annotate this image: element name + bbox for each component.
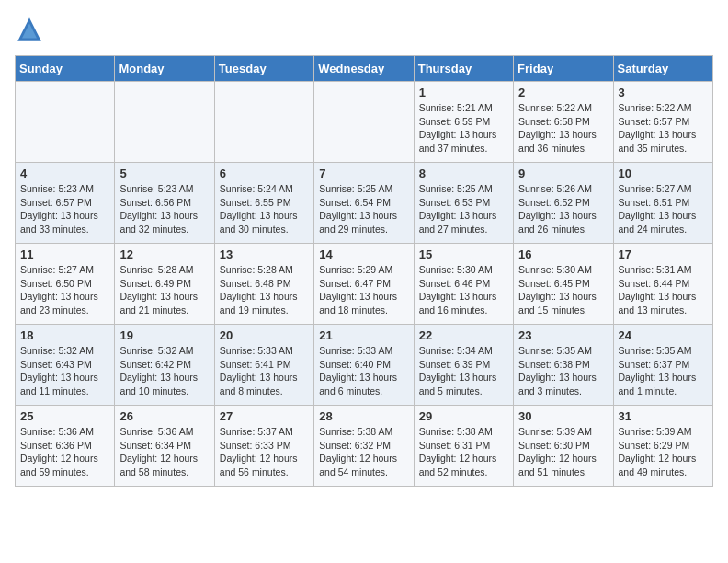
week-row-3: 11Sunrise: 5:27 AMSunset: 6:50 PMDayligh… — [16, 244, 713, 325]
calendar-cell: 22Sunrise: 5:34 AMSunset: 6:39 PMDayligh… — [414, 325, 513, 406]
calendar-cell: 27Sunrise: 5:37 AMSunset: 6:33 PMDayligh… — [214, 406, 313, 487]
week-row-5: 25Sunrise: 5:36 AMSunset: 6:36 PMDayligh… — [16, 406, 713, 487]
day-number: 5 — [119, 167, 209, 180]
cell-info: Sunrise: 5:26 AMSunset: 6:52 PMDaylight:… — [518, 182, 608, 236]
cell-info: Sunrise: 5:28 AMSunset: 6:48 PMDaylight:… — [220, 263, 309, 317]
calendar-cell: 25Sunrise: 5:36 AMSunset: 6:36 PMDayligh… — [16, 406, 115, 487]
cell-info: Sunrise: 5:25 AMSunset: 6:54 PMDaylight:… — [319, 182, 408, 236]
cell-info: Sunrise: 5:32 AMSunset: 6:43 PMDaylight:… — [20, 344, 109, 398]
header-day-sunday: Sunday — [16, 56, 115, 82]
cell-info: Sunrise: 5:32 AMSunset: 6:42 PMDaylight:… — [119, 344, 209, 398]
calendar-cell: 31Sunrise: 5:39 AMSunset: 6:29 PMDayligh… — [613, 406, 712, 487]
calendar-cell: 21Sunrise: 5:33 AMSunset: 6:40 PMDayligh… — [314, 325, 414, 406]
header-day-tuesday: Tuesday — [214, 56, 313, 82]
cell-info: Sunrise: 5:39 AMSunset: 6:29 PMDaylight:… — [619, 425, 708, 479]
day-number: 21 — [319, 328, 408, 342]
day-number: 15 — [419, 247, 508, 261]
day-number: 28 — [319, 409, 408, 423]
cell-info: Sunrise: 5:27 AMSunset: 6:50 PMDaylight:… — [20, 263, 109, 317]
cell-info: Sunrise: 5:29 AMSunset: 6:47 PMDaylight:… — [319, 263, 408, 317]
week-row-2: 4Sunrise: 5:23 AMSunset: 6:57 PMDaylight… — [16, 163, 713, 244]
day-number: 18 — [20, 328, 109, 342]
day-number: 27 — [220, 409, 309, 423]
day-number: 12 — [119, 247, 209, 261]
day-number: 10 — [619, 167, 708, 180]
cell-info: Sunrise: 5:35 AMSunset: 6:38 PMDaylight:… — [518, 344, 608, 398]
header-day-friday: Friday — [514, 56, 613, 82]
calendar-cell — [16, 82, 115, 163]
calendar-cell: 6Sunrise: 5:24 AMSunset: 6:55 PMDaylight… — [214, 163, 313, 244]
cell-info: Sunrise: 5:33 AMSunset: 6:41 PMDaylight:… — [220, 344, 309, 398]
calendar-cell: 7Sunrise: 5:25 AMSunset: 6:54 PMDaylight… — [314, 163, 414, 244]
calendar-cell: 16Sunrise: 5:30 AMSunset: 6:45 PMDayligh… — [514, 244, 613, 325]
calendar-cell — [314, 82, 414, 163]
cell-info: Sunrise: 5:28 AMSunset: 6:49 PMDaylight:… — [119, 263, 209, 317]
day-number: 3 — [619, 86, 708, 99]
day-number: 2 — [518, 86, 608, 99]
cell-info: Sunrise: 5:36 AMSunset: 6:36 PMDaylight:… — [20, 425, 109, 479]
header-day-wednesday: Wednesday — [314, 56, 414, 82]
cell-info: Sunrise: 5:37 AMSunset: 6:33 PMDaylight:… — [220, 425, 309, 479]
day-number: 7 — [319, 167, 408, 180]
calendar-cell: 15Sunrise: 5:30 AMSunset: 6:46 PMDayligh… — [414, 244, 513, 325]
calendar-cell: 20Sunrise: 5:33 AMSunset: 6:41 PMDayligh… — [214, 325, 313, 406]
cell-info: Sunrise: 5:38 AMSunset: 6:32 PMDaylight:… — [319, 425, 408, 479]
day-number: 24 — [619, 328, 708, 342]
day-number: 29 — [419, 409, 508, 423]
logo-icon — [15, 15, 44, 44]
day-number: 30 — [518, 409, 608, 423]
cell-info: Sunrise: 5:27 AMSunset: 6:51 PMDaylight:… — [619, 182, 708, 236]
calendar-cell: 17Sunrise: 5:31 AMSunset: 6:44 PMDayligh… — [613, 244, 712, 325]
cell-info: Sunrise: 5:34 AMSunset: 6:39 PMDaylight:… — [419, 344, 508, 398]
calendar-cell: 30Sunrise: 5:39 AMSunset: 6:30 PMDayligh… — [514, 406, 613, 487]
day-number: 19 — [119, 328, 209, 342]
cell-info: Sunrise: 5:33 AMSunset: 6:40 PMDaylight:… — [319, 344, 408, 398]
calendar-cell: 8Sunrise: 5:25 AMSunset: 6:53 PMDaylight… — [414, 163, 513, 244]
header-row: SundayMondayTuesdayWednesdayThursdayFrid… — [16, 56, 713, 82]
cell-info: Sunrise: 5:35 AMSunset: 6:37 PMDaylight:… — [619, 344, 708, 398]
week-row-1: 1Sunrise: 5:21 AMSunset: 6:59 PMDaylight… — [16, 82, 713, 163]
day-number: 14 — [319, 247, 408, 261]
day-number: 23 — [518, 328, 608, 342]
cell-info: Sunrise: 5:31 AMSunset: 6:44 PMDaylight:… — [619, 263, 708, 317]
calendar-cell: 11Sunrise: 5:27 AMSunset: 6:50 PMDayligh… — [16, 244, 115, 325]
calendar-cell: 14Sunrise: 5:29 AMSunset: 6:47 PMDayligh… — [314, 244, 414, 325]
day-number: 6 — [220, 167, 309, 180]
day-number: 20 — [220, 328, 309, 342]
calendar-cell: 26Sunrise: 5:36 AMSunset: 6:34 PMDayligh… — [115, 406, 214, 487]
logo — [15, 15, 48, 44]
cell-info: Sunrise: 5:23 AMSunset: 6:56 PMDaylight:… — [119, 182, 209, 236]
calendar-cell: 3Sunrise: 5:22 AMSunset: 6:57 PMDaylight… — [613, 82, 712, 163]
calendar-cell: 5Sunrise: 5:23 AMSunset: 6:56 PMDaylight… — [115, 163, 214, 244]
cell-info: Sunrise: 5:22 AMSunset: 6:58 PMDaylight:… — [518, 101, 608, 155]
cell-info: Sunrise: 5:24 AMSunset: 6:55 PMDaylight:… — [220, 182, 309, 236]
header-day-saturday: Saturday — [613, 56, 712, 82]
calendar-cell: 18Sunrise: 5:32 AMSunset: 6:43 PMDayligh… — [16, 325, 115, 406]
cell-info: Sunrise: 5:39 AMSunset: 6:30 PMDaylight:… — [518, 425, 608, 479]
week-row-4: 18Sunrise: 5:32 AMSunset: 6:43 PMDayligh… — [16, 325, 713, 406]
page-header — [15, 15, 713, 44]
cell-info: Sunrise: 5:23 AMSunset: 6:57 PMDaylight:… — [20, 182, 109, 236]
day-number: 9 — [518, 167, 608, 180]
calendar-cell — [115, 82, 214, 163]
calendar-cell: 4Sunrise: 5:23 AMSunset: 6:57 PMDaylight… — [16, 163, 115, 244]
day-number: 31 — [619, 409, 708, 423]
cell-info: Sunrise: 5:30 AMSunset: 6:46 PMDaylight:… — [419, 263, 508, 317]
day-number: 8 — [419, 167, 508, 180]
cell-info: Sunrise: 5:25 AMSunset: 6:53 PMDaylight:… — [419, 182, 508, 236]
calendar-cell: 13Sunrise: 5:28 AMSunset: 6:48 PMDayligh… — [214, 244, 313, 325]
calendar-table: SundayMondayTuesdayWednesdayThursdayFrid… — [15, 55, 713, 487]
calendar-cell: 12Sunrise: 5:28 AMSunset: 6:49 PMDayligh… — [115, 244, 214, 325]
calendar-cell — [214, 82, 313, 163]
day-number: 22 — [419, 328, 508, 342]
calendar-cell: 2Sunrise: 5:22 AMSunset: 6:58 PMDaylight… — [514, 82, 613, 163]
calendar-cell: 29Sunrise: 5:38 AMSunset: 6:31 PMDayligh… — [414, 406, 513, 487]
day-number: 26 — [119, 409, 209, 423]
calendar-cell: 1Sunrise: 5:21 AMSunset: 6:59 PMDaylight… — [414, 82, 513, 163]
cell-info: Sunrise: 5:36 AMSunset: 6:34 PMDaylight:… — [119, 425, 209, 479]
calendar-cell: 24Sunrise: 5:35 AMSunset: 6:37 PMDayligh… — [613, 325, 712, 406]
day-number: 1 — [419, 86, 508, 99]
cell-info: Sunrise: 5:38 AMSunset: 6:31 PMDaylight:… — [419, 425, 508, 479]
day-number: 11 — [20, 247, 109, 261]
day-number: 25 — [20, 409, 109, 423]
